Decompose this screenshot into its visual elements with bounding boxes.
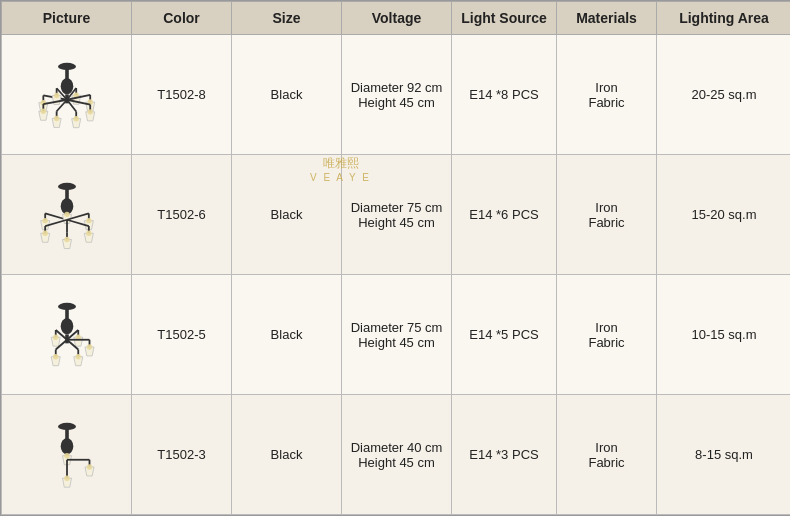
cell-picture <box>2 35 132 155</box>
svg-point-63 <box>42 230 47 235</box>
material-item: Iron <box>595 320 617 335</box>
svg-point-43 <box>42 217 47 222</box>
cell-lighting-area: 10-15 sq.m <box>657 275 791 395</box>
cell-lighting-area: 15-20 sq.m <box>657 155 791 275</box>
size-height: Height 45 cm <box>358 95 435 110</box>
cell-color: Black <box>232 395 342 515</box>
cell-model: T1502-6 <box>132 155 232 275</box>
table-row: T1502-3BlackDiameter 40 cmHeight 45 cmE1… <box>2 395 791 515</box>
svg-point-2 <box>60 78 73 94</box>
material-item: Fabric <box>588 215 624 230</box>
svg-point-95 <box>64 453 69 458</box>
svg-point-71 <box>53 334 58 339</box>
svg-point-23 <box>87 109 92 114</box>
cell-picture <box>2 395 132 515</box>
svg-point-83 <box>75 353 80 358</box>
cell-size: Diameter 92 cmHeight 45 cm <box>342 35 452 155</box>
product-table-wrapper: Picture Color Size Voltage Light Source … <box>0 0 790 516</box>
product-table: Picture Color Size Voltage Light Source … <box>1 1 790 515</box>
size-diameter: Diameter 75 cm <box>351 320 443 335</box>
cell-lighting-area: 8-15 sq.m <box>657 395 791 515</box>
col-header-size: Size <box>232 2 342 35</box>
cell-color: Black <box>232 35 342 155</box>
svg-point-55 <box>86 230 91 235</box>
size-diameter: Diameter 92 cm <box>351 80 443 95</box>
svg-point-87 <box>53 353 58 358</box>
svg-point-11 <box>53 92 58 97</box>
material-item: Iron <box>595 440 617 455</box>
cell-materials: IronFabric <box>557 275 657 395</box>
cell-materials: IronFabric <box>557 155 657 275</box>
cell-size: Diameter 75 cmHeight 45 cm <box>342 275 452 395</box>
chandelier-image <box>22 55 112 135</box>
chandelier-image <box>22 175 112 255</box>
cell-model: T1502-3 <box>132 395 232 515</box>
svg-point-66 <box>60 318 73 334</box>
material-item: Iron <box>595 80 617 95</box>
svg-point-35 <box>40 108 45 113</box>
svg-point-51 <box>86 217 91 222</box>
size-height: Height 45 cm <box>358 335 435 350</box>
chandelier-image <box>22 415 112 495</box>
header-row: Picture Color Size Voltage Light Source … <box>2 2 791 35</box>
cell-light-source: E14 *8 PCS <box>452 35 557 155</box>
cell-materials: IronFabric <box>557 395 657 515</box>
col-header-lightsource: Light Source <box>452 2 557 35</box>
cell-model: T1502-8 <box>132 35 232 155</box>
svg-point-31 <box>53 115 58 120</box>
col-header-color: Color <box>132 2 232 35</box>
svg-point-79 <box>86 344 91 349</box>
col-header-picture: Picture <box>2 2 132 35</box>
table-row: T1502-5BlackDiameter 75 cmHeight 45 cmE1… <box>2 275 791 395</box>
cell-picture <box>2 275 132 395</box>
svg-point-103 <box>64 475 69 480</box>
svg-point-59 <box>64 236 69 241</box>
size-height: Height 45 cm <box>358 215 435 230</box>
col-header-lightingarea: Lighting Area <box>657 2 791 35</box>
cell-size: Diameter 75 cmHeight 45 cm <box>342 155 452 275</box>
table-row: T1502-6BlackDiameter 75 cmHeight 45 cmE1… <box>2 155 791 275</box>
cell-size: Diameter 40 cmHeight 45 cm <box>342 395 452 515</box>
svg-point-27 <box>73 115 78 120</box>
cell-lighting-area: 20-25 sq.m <box>657 35 791 155</box>
size-diameter: Diameter 75 cm <box>351 200 443 215</box>
material-item: Fabric <box>588 455 624 470</box>
chandelier-image <box>22 295 112 375</box>
cell-picture <box>2 155 132 275</box>
col-header-materials: Materials <box>557 2 657 35</box>
svg-point-47 <box>64 211 69 216</box>
cell-color: Black <box>232 155 342 275</box>
cell-materials: IronFabric <box>557 35 657 155</box>
material-item: Fabric <box>588 335 624 350</box>
svg-point-99 <box>86 464 91 469</box>
cell-light-source: E14 *5 PCS <box>452 275 557 395</box>
material-item: Fabric <box>588 95 624 110</box>
table-row: T1502-8BlackDiameter 92 cmHeight 45 cmE1… <box>2 35 791 155</box>
material-item: Iron <box>595 200 617 215</box>
cell-light-source: E14 *6 PCS <box>452 155 557 275</box>
cell-color: Black <box>232 275 342 395</box>
size-diameter: Diameter 40 cm <box>351 440 443 455</box>
cell-light-source: E14 *3 PCS <box>452 395 557 515</box>
cell-model: T1502-5 <box>132 275 232 395</box>
size-height: Height 45 cm <box>358 455 435 470</box>
col-header-voltage: Voltage <box>342 2 452 35</box>
